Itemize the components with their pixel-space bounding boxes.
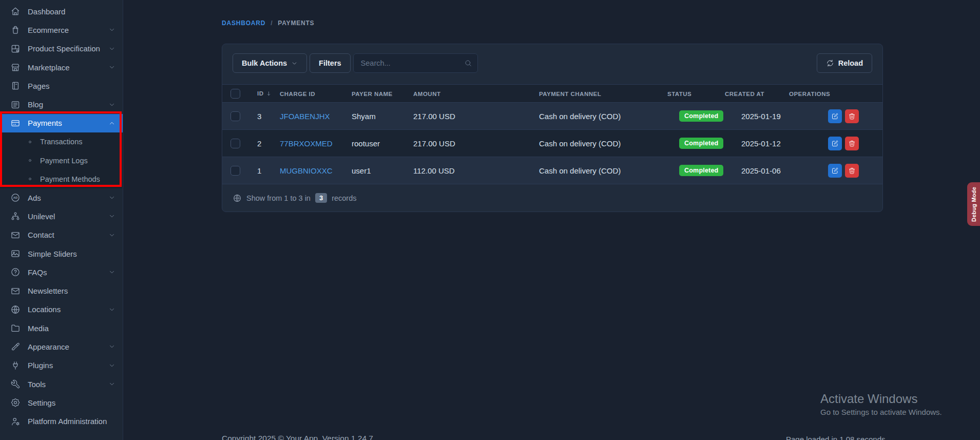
bulk-actions-button[interactable]: Bulk Actions	[233, 53, 307, 73]
charge-id-link[interactable]: JFOABENJHX	[280, 112, 330, 121]
column-header-amount[interactable]: AMOUNT	[407, 85, 533, 103]
debug-mode-tab[interactable]: Debug Mode	[967, 182, 980, 226]
delete-button[interactable]	[845, 137, 859, 150]
sidebar-item-plugins[interactable]: Plugins	[0, 356, 123, 375]
sidebar-item-appearance[interactable]: Appearance	[0, 337, 123, 356]
search-input[interactable]	[353, 53, 478, 73]
filters-label: Filters	[319, 59, 341, 67]
column-header-payer-name[interactable]: PAYER NAME	[345, 85, 407, 103]
sidebar-item-label: Blog	[28, 100, 43, 109]
chevron-down-icon	[108, 45, 116, 52]
sidebar-item-ecommerce[interactable]: Ecommerce	[0, 21, 123, 39]
sidebar-item-ads[interactable]: ADAds	[0, 188, 123, 207]
sidebar-item-newsletters[interactable]: Newsletters	[0, 281, 123, 300]
sidebar-item-label: Ads	[28, 194, 41, 202]
charge-id-link[interactable]: 77BRXOXMED	[280, 139, 333, 148]
home-icon	[10, 6, 21, 16]
table-toolbar: Bulk Actions Filters Reload	[222, 44, 882, 73]
reload-button[interactable]: Reload	[817, 53, 872, 73]
sidebar-item-platform-administration[interactable]: Platform Administration	[0, 412, 123, 431]
sidebar-item-label: Contact	[28, 231, 54, 239]
sidebar-item-faqs[interactable]: FAQs	[0, 263, 123, 281]
sidebar-item-product-specification[interactable]: Product Specification	[0, 40, 123, 58]
select-all-checkbox[interactable]	[230, 89, 240, 99]
cell-created-at: 2025-01-12	[719, 130, 783, 157]
column-header-created-at[interactable]: CREATED AT	[719, 85, 783, 103]
sidebar-item-tools[interactable]: Tools	[0, 375, 123, 393]
row-checkbox[interactable]	[230, 111, 240, 121]
ad-circle-icon: AD	[10, 193, 21, 203]
sidebar-item-contact[interactable]: Contact	[0, 226, 123, 244]
breadcrumb-dashboard-link[interactable]: DASHBOARD	[222, 20, 265, 27]
cell-payment-channel: Cash on delivery (COD)	[533, 157, 661, 184]
sidebar-item-settings[interactable]: Settings	[0, 393, 123, 412]
notebook-icon	[10, 81, 21, 91]
sidebar-item-locations[interactable]: Locations	[0, 300, 123, 319]
sidebar-item-payments[interactable]: Payments	[0, 114, 123, 132]
edit-button[interactable]	[828, 109, 842, 123]
column-header-charge-id[interactable]: CHARGE ID	[274, 85, 345, 103]
mail-icon	[10, 230, 21, 240]
sidebar-item-pages[interactable]: Pages	[0, 76, 123, 95]
chevron-down-icon	[108, 213, 116, 220]
chevron-down-icon	[108, 194, 116, 201]
sidebar-item-label: Product Specification	[28, 44, 100, 53]
column-header-operations[interactable]: OPERATIONS	[783, 85, 882, 103]
mail-icon	[10, 286, 21, 296]
cell-amount: 112.00 USD	[407, 157, 533, 184]
charge-id-link[interactable]: MUGBNIOXXC	[280, 166, 333, 175]
search-box	[353, 53, 478, 73]
table-row: 3 JFOABENJHX Shyam 217.00 USD Cash on de…	[222, 103, 882, 130]
layout-grid-icon	[10, 44, 21, 54]
column-header-payment-channel[interactable]: PAYMENT CHANNEL	[533, 85, 661, 103]
delete-button[interactable]	[845, 164, 859, 178]
reload-icon	[826, 59, 834, 67]
payments-table-card: Bulk Actions Filters Reload IDCHARGE IDP…	[222, 44, 883, 212]
plug-icon	[10, 360, 21, 371]
cell-amount: 217.00 USD	[407, 103, 533, 130]
payments-table: IDCHARGE IDPAYER NAMEAMOUNTPAYMENT CHANN…	[222, 84, 882, 184]
sidebar-item-media[interactable]: Media	[0, 319, 123, 337]
sidebar-item-label: Newsletters	[28, 286, 68, 295]
debug-mode-label: Debug Mode	[971, 187, 977, 222]
sidebar-item-label: Pages	[28, 82, 50, 90]
cell-charge-id: MUGBNIOXXC	[274, 157, 345, 184]
sidebar-subitem-payment-methods[interactable]: Payment Methods	[0, 170, 123, 188]
cell-payment-channel: Cash on delivery (COD)	[533, 103, 661, 130]
column-header-id[interactable]: ID	[251, 85, 274, 103]
sidebar-item-dashboard[interactable]: Dashboard	[0, 2, 123, 21]
cell-id: 3	[251, 103, 274, 130]
delete-button[interactable]	[845, 109, 859, 123]
chevron-down-icon	[108, 26, 116, 33]
records-count-badge: 3	[315, 193, 327, 203]
shopping-bag-icon	[10, 25, 21, 35]
row-checkbox[interactable]	[230, 139, 240, 148]
svg-text:AD: AD	[13, 196, 17, 199]
records-summary-suffix: records	[332, 194, 356, 202]
cell-payer-name: user1	[345, 157, 407, 184]
sidebar-item-simple-sliders[interactable]: Simple Sliders	[0, 244, 123, 263]
sidebar-subitem-transactions[interactable]: Transactions	[0, 132, 123, 151]
status-badge: Completed	[679, 165, 723, 176]
page-load-time: Page loaded in 1.08 seconds	[786, 435, 885, 440]
sidebar-item-label: Tools	[28, 380, 46, 389]
sidebar-item-marketplace[interactable]: Marketplace	[0, 58, 123, 76]
chevron-down-icon	[108, 343, 116, 350]
chevron-down-icon	[108, 362, 116, 369]
cell-id: 2	[251, 130, 274, 157]
chevron-down-icon	[108, 306, 116, 313]
sidebar-subitem-payment-logs[interactable]: Payment Logs	[0, 151, 123, 169]
filters-button[interactable]: Filters	[310, 53, 351, 73]
edit-button[interactable]	[828, 164, 842, 178]
chevron-down-icon	[108, 232, 116, 239]
breadcrumb-current: PAYMENTS	[278, 20, 314, 27]
sidebar-item-unilevel[interactable]: Unilevel	[0, 207, 123, 225]
edit-button[interactable]	[828, 137, 842, 150]
row-checkbox[interactable]	[230, 166, 240, 176]
globe-icon	[233, 194, 242, 203]
chevron-down-icon	[291, 60, 298, 67]
sidebar-item-blog[interactable]: Blog	[0, 95, 123, 113]
trash-icon	[848, 112, 856, 120]
column-header-status[interactable]: STATUS	[661, 85, 719, 103]
status-badge: Completed	[679, 110, 723, 122]
